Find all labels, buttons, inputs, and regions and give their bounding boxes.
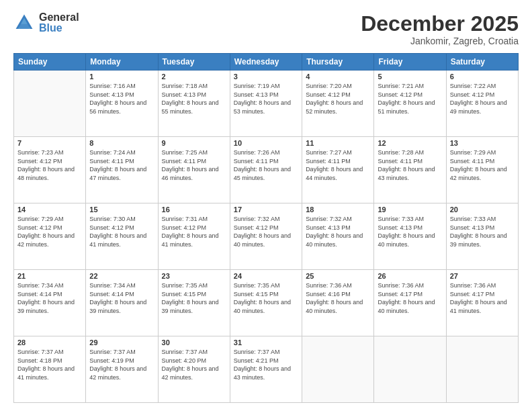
calendar-cell: 5Sunrise: 7:21 AMSunset: 4:12 PMDaylight… [374, 71, 446, 137]
calendar-cell: 25Sunrise: 7:36 AMSunset: 4:16 PMDayligh… [302, 270, 374, 336]
calendar-cell: 30Sunrise: 7:37 AMSunset: 4:20 PMDayligh… [158, 336, 230, 403]
day-detail: Sunrise: 7:21 AMSunset: 4:12 PMDaylight:… [378, 82, 442, 116]
day-detail: Sunrise: 7:36 AMSunset: 4:17 PMDaylight:… [378, 281, 442, 315]
calendar-cell: 7Sunrise: 7:23 AMSunset: 4:12 PMDaylight… [14, 137, 86, 203]
weekday-header-thursday: Thursday [302, 54, 374, 71]
day-detail: Sunrise: 7:20 AMSunset: 4:12 PMDaylight:… [306, 82, 370, 116]
day-number: 20 [450, 205, 515, 214]
day-number: 14 [17, 205, 82, 214]
calendar-cell [302, 336, 374, 403]
day-detail: Sunrise: 7:36 AMSunset: 4:17 PMDaylight:… [450, 281, 515, 315]
day-detail: Sunrise: 7:22 AMSunset: 4:12 PMDaylight:… [450, 82, 515, 116]
day-number: 22 [89, 272, 154, 280]
calendar-week-3: 21Sunrise: 7:34 AMSunset: 4:14 PMDayligh… [14, 270, 519, 336]
calendar-cell: 23Sunrise: 7:35 AMSunset: 4:15 PMDayligh… [158, 270, 230, 336]
calendar-cell: 29Sunrise: 7:37 AMSunset: 4:19 PMDayligh… [86, 336, 158, 403]
day-number: 10 [234, 139, 298, 147]
logo-text: General Blue [39, 12, 79, 34]
day-number: 8 [89, 139, 154, 147]
calendar-cell: 19Sunrise: 7:33 AMSunset: 4:13 PMDayligh… [374, 203, 446, 270]
day-detail: Sunrise: 7:25 AMSunset: 4:11 PMDaylight:… [162, 148, 226, 182]
calendar-cell: 21Sunrise: 7:34 AMSunset: 4:14 PMDayligh… [14, 270, 86, 336]
day-detail: Sunrise: 7:29 AMSunset: 4:12 PMDaylight:… [17, 215, 82, 248]
day-number: 31 [234, 338, 298, 347]
calendar-cell: 17Sunrise: 7:32 AMSunset: 4:12 PMDayligh… [230, 203, 302, 270]
calendar-cell: 22Sunrise: 7:34 AMSunset: 4:14 PMDayligh… [86, 270, 158, 336]
calendar-cell: 27Sunrise: 7:36 AMSunset: 4:17 PMDayligh… [446, 270, 518, 336]
day-detail: Sunrise: 7:31 AMSunset: 4:12 PMDaylight:… [162, 215, 226, 248]
day-number: 23 [162, 272, 226, 280]
calendar-cell: 16Sunrise: 7:31 AMSunset: 4:12 PMDayligh… [158, 203, 230, 270]
day-number: 17 [234, 205, 298, 214]
weekday-header-tuesday: Tuesday [158, 54, 230, 71]
day-detail: Sunrise: 7:37 AMSunset: 4:21 PMDaylight:… [234, 348, 298, 381]
day-number: 13 [450, 139, 515, 147]
calendar-cell: 26Sunrise: 7:36 AMSunset: 4:17 PMDayligh… [374, 270, 446, 336]
calendar-cell: 11Sunrise: 7:27 AMSunset: 4:11 PMDayligh… [302, 137, 374, 203]
weekday-header-saturday: Saturday [446, 54, 518, 71]
calendar-cell: 1Sunrise: 7:16 AMSunset: 4:13 PMDaylight… [86, 71, 158, 137]
day-detail: Sunrise: 7:19 AMSunset: 4:13 PMDaylight:… [234, 82, 298, 116]
header: General Blue December 2025 Jankomir, Zag… [13, 12, 519, 46]
weekday-header-sunday: Sunday [14, 54, 86, 71]
day-detail: Sunrise: 7:29 AMSunset: 4:11 PMDaylight:… [450, 148, 515, 182]
day-detail: Sunrise: 7:33 AMSunset: 4:13 PMDaylight:… [450, 215, 515, 248]
calendar-cell: 31Sunrise: 7:37 AMSunset: 4:21 PMDayligh… [230, 336, 302, 403]
day-detail: Sunrise: 7:18 AMSunset: 4:13 PMDaylight:… [162, 82, 226, 116]
day-number: 2 [162, 73, 226, 81]
weekday-header-monday: Monday [86, 54, 158, 71]
day-number: 9 [162, 139, 226, 147]
day-number: 21 [17, 272, 82, 280]
day-detail: Sunrise: 7:37 AMSunset: 4:18 PMDaylight:… [17, 348, 82, 381]
day-detail: Sunrise: 7:27 AMSunset: 4:11 PMDaylight:… [306, 148, 370, 182]
day-number: 3 [234, 73, 298, 81]
calendar-week-4: 28Sunrise: 7:37 AMSunset: 4:18 PMDayligh… [14, 336, 519, 403]
weekday-header-friday: Friday [374, 54, 446, 71]
calendar-cell [374, 336, 446, 403]
calendar-body: 1Sunrise: 7:16 AMSunset: 4:13 PMDaylight… [14, 71, 519, 403]
calendar-cell: 18Sunrise: 7:32 AMSunset: 4:13 PMDayligh… [302, 203, 374, 270]
day-number: 1 [89, 73, 154, 81]
day-detail: Sunrise: 7:37 AMSunset: 4:19 PMDaylight:… [89, 348, 154, 381]
day-number: 26 [378, 272, 442, 280]
day-number: 28 [17, 338, 82, 347]
day-detail: Sunrise: 7:35 AMSunset: 4:15 PMDaylight:… [162, 281, 226, 315]
calendar-header: SundayMondayTuesdayWednesdayThursdayFrid… [14, 54, 519, 71]
day-detail: Sunrise: 7:32 AMSunset: 4:12 PMDaylight:… [234, 215, 298, 248]
calendar-cell [446, 336, 518, 403]
day-detail: Sunrise: 7:34 AMSunset: 4:14 PMDaylight:… [17, 281, 82, 315]
calendar-cell [14, 71, 86, 137]
calendar-cell: 24Sunrise: 7:35 AMSunset: 4:15 PMDayligh… [230, 270, 302, 336]
day-number: 19 [378, 205, 442, 214]
logo-blue: Blue [39, 23, 79, 34]
day-number: 5 [378, 73, 442, 81]
calendar-cell: 10Sunrise: 7:26 AMSunset: 4:11 PMDayligh… [230, 137, 302, 203]
day-detail: Sunrise: 7:36 AMSunset: 4:16 PMDaylight:… [306, 281, 370, 315]
calendar-cell: 12Sunrise: 7:28 AMSunset: 4:11 PMDayligh… [374, 137, 446, 203]
day-detail: Sunrise: 7:35 AMSunset: 4:15 PMDaylight:… [234, 281, 298, 315]
day-detail: Sunrise: 7:28 AMSunset: 4:11 PMDaylight:… [378, 148, 442, 182]
day-number: 27 [450, 272, 515, 280]
calendar-cell: 4Sunrise: 7:20 AMSunset: 4:12 PMDaylight… [302, 71, 374, 137]
day-number: 16 [162, 205, 226, 214]
logo-icon [13, 12, 35, 34]
day-detail: Sunrise: 7:33 AMSunset: 4:13 PMDaylight:… [378, 215, 442, 248]
calendar-cell: 14Sunrise: 7:29 AMSunset: 4:12 PMDayligh… [14, 203, 86, 270]
calendar-cell: 13Sunrise: 7:29 AMSunset: 4:11 PMDayligh… [446, 137, 518, 203]
weekday-header-wednesday: Wednesday [230, 54, 302, 71]
day-number: 7 [17, 139, 82, 147]
day-detail: Sunrise: 7:34 AMSunset: 4:14 PMDaylight:… [89, 281, 154, 315]
day-number: 4 [306, 73, 370, 81]
calendar-table: SundayMondayTuesdayWednesdayThursdayFrid… [13, 53, 519, 403]
calendar-cell: 9Sunrise: 7:25 AMSunset: 4:11 PMDaylight… [158, 137, 230, 203]
calendar-week-1: 7Sunrise: 7:23 AMSunset: 4:12 PMDaylight… [14, 137, 519, 203]
day-number: 30 [162, 338, 226, 347]
day-detail: Sunrise: 7:24 AMSunset: 4:11 PMDaylight:… [89, 148, 154, 182]
day-number: 11 [306, 139, 370, 147]
title-block: December 2025 Jankomir, Zagreb, Croatia [361, 12, 519, 46]
calendar-cell: 6Sunrise: 7:22 AMSunset: 4:12 PMDaylight… [446, 71, 518, 137]
day-number: 15 [89, 205, 154, 214]
day-detail: Sunrise: 7:23 AMSunset: 4:12 PMDaylight:… [17, 148, 82, 182]
calendar-cell: 2Sunrise: 7:18 AMSunset: 4:13 PMDaylight… [158, 71, 230, 137]
calendar-cell: 8Sunrise: 7:24 AMSunset: 4:11 PMDaylight… [86, 137, 158, 203]
